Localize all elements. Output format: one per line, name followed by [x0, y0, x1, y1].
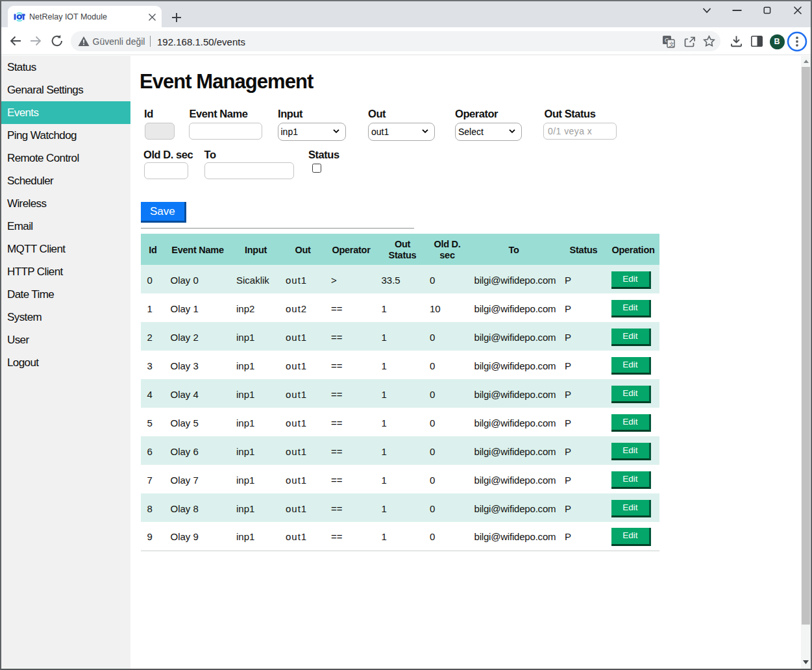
- svg-text:文: 文: [669, 41, 675, 47]
